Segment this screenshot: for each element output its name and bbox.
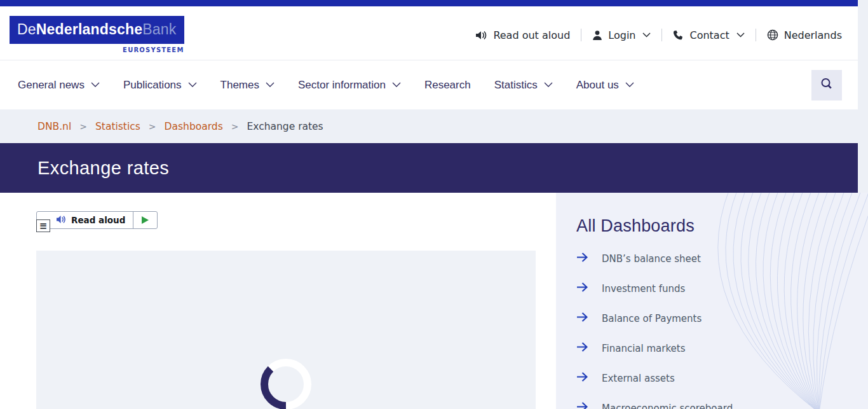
- nav-label: Research: [424, 79, 471, 92]
- login-label: Login: [608, 29, 635, 41]
- utility-separator: [756, 29, 756, 41]
- search-icon: [820, 77, 834, 93]
- contact-menu[interactable]: Contact: [673, 29, 744, 41]
- dnb-logo-box: DeNederlandscheBank: [10, 16, 184, 44]
- breadcrumb-separator: >: [79, 121, 87, 132]
- arrow-right-icon: [576, 252, 588, 265]
- sidebar-inner: All Dashboards DNB’s balance sheet Inves…: [556, 193, 868, 409]
- login-menu[interactable]: Login: [592, 29, 651, 41]
- site-header: DeNederlandscheBank EUROSYSTEEM Read out…: [0, 6, 858, 60]
- arrow-right-icon: [576, 342, 588, 355]
- breadcrumb-link-statistics[interactable]: Statistics: [95, 121, 140, 132]
- dashboard-link-macroeconomic-scoreboard[interactable]: Macroeconomic scoreboard: [576, 401, 868, 409]
- contact-label: Contact: [689, 29, 729, 41]
- nav-label: Statistics: [494, 79, 538, 92]
- page-title: Exchange rates: [37, 158, 169, 179]
- nav-item-statistics[interactable]: Statistics: [494, 79, 553, 92]
- nav-item-themes[interactable]: Themes: [220, 79, 275, 92]
- read-out-aloud-button[interactable]: Read out aloud: [475, 29, 570, 41]
- dashboard-link-financial-markets[interactable]: Financial markets: [576, 342, 868, 355]
- dashboard-link-dnb-balance-sheet[interactable]: DNB’s balance sheet: [576, 252, 868, 265]
- nav-label: Sector information: [298, 79, 386, 92]
- dashboard-link-investment-funds[interactable]: Investment funds: [576, 282, 868, 295]
- dashboard-link-label: Investment funds: [602, 283, 685, 295]
- dashboards-sidebar: All Dashboards DNB’s balance sheet Inves…: [556, 193, 868, 409]
- arrow-right-icon: [576, 371, 588, 385]
- dashboard-link-label: External assets: [602, 373, 675, 384]
- sidebar-title: All Dashboards: [576, 216, 868, 236]
- loading-spinner: [260, 358, 312, 409]
- nav-label: General news: [18, 79, 85, 92]
- phone-icon: [673, 30, 684, 41]
- dashboard-link-label: Financial markets: [602, 343, 686, 354]
- logo-text-bank: Bank: [142, 21, 176, 38]
- speaker-icon: [475, 30, 487, 41]
- chevron-down-icon: [625, 82, 634, 88]
- nav-item-research[interactable]: Research: [424, 79, 471, 92]
- utility-separator: [581, 29, 581, 41]
- chevron-down-icon: [188, 82, 197, 88]
- chevron-down-icon: [392, 82, 401, 88]
- chevron-down-icon: [736, 32, 745, 38]
- content-area: ≡ Read aloud All Dashboards: [0, 193, 868, 409]
- nav-item-general-news[interactable]: General news: [18, 79, 100, 92]
- language-switch[interactable]: Nederlands: [767, 29, 842, 41]
- read-aloud-widget: ≡ Read aloud: [36, 211, 158, 229]
- main-nav: General news Publications Themes Sector …: [0, 60, 858, 109]
- dashboard-link-label: DNB’s balance sheet: [602, 253, 701, 265]
- search-button[interactable]: [811, 70, 842, 101]
- nav-item-publications[interactable]: Publications: [123, 79, 197, 92]
- read-aloud-button[interactable]: Read aloud: [37, 212, 133, 228]
- play-icon: [142, 216, 149, 224]
- page-banner: Exchange rates: [0, 143, 858, 193]
- arrow-right-icon: [576, 401, 588, 409]
- arrow-right-icon: [576, 282, 588, 295]
- read-aloud-label: Read aloud: [71, 215, 125, 225]
- breadcrumb-current: Exchange rates: [247, 121, 323, 132]
- language-label: Nederlands: [784, 29, 842, 41]
- read-out-aloud-label: Read out aloud: [493, 29, 570, 41]
- eurosystem-label: EUROSYSTEEM: [10, 46, 184, 53]
- page: DeNederlandscheBank EUROSYSTEEM Read out…: [0, 0, 858, 193]
- nav-label: Publications: [123, 79, 182, 92]
- chevron-down-icon: [91, 82, 100, 88]
- dashboard-link-external-assets[interactable]: External assets: [576, 371, 868, 385]
- globe-icon: [767, 29, 778, 41]
- breadcrumb-separator: >: [231, 121, 239, 132]
- chevron-down-icon: [544, 82, 553, 88]
- read-aloud-menu-icon[interactable]: ≡: [36, 219, 50, 232]
- chevron-down-icon: [642, 32, 651, 38]
- nav-item-sector-information[interactable]: Sector information: [298, 79, 401, 92]
- dnb-logo[interactable]: DeNederlandscheBank EUROSYSTEEM: [10, 16, 184, 53]
- breadcrumb-link-dnb[interactable]: DNB.nl: [37, 121, 71, 132]
- breadcrumb-separator: >: [149, 121, 156, 132]
- read-aloud-play-button[interactable]: [133, 212, 157, 228]
- logo-text-de: De: [17, 21, 36, 38]
- nav-label: About us: [576, 79, 619, 92]
- chevron-down-icon: [266, 82, 275, 88]
- utility-separator: [661, 29, 662, 41]
- dashboard-loading-panel: [36, 251, 536, 409]
- dashboard-link-balance-of-payments[interactable]: Balance of Payments: [576, 312, 868, 325]
- main-column: ≡ Read aloud: [0, 193, 556, 409]
- dashboard-link-label: Balance of Payments: [602, 313, 702, 324]
- dashboard-list: DNB’s balance sheet Investment funds Bal…: [576, 252, 868, 409]
- nav-item-about-us[interactable]: About us: [576, 79, 634, 92]
- arrow-right-icon: [576, 312, 588, 325]
- breadcrumb-link-dashboards[interactable]: Dashboards: [165, 121, 223, 132]
- utility-nav: Read out aloud Login Contact: [475, 29, 842, 41]
- speaker-icon: [56, 214, 66, 226]
- user-icon: [592, 30, 602, 41]
- nav-label: Themes: [220, 79, 259, 92]
- logo-text-nederlandsche: Nederlandsche: [36, 21, 143, 38]
- top-accent-bar: [0, 0, 858, 6]
- breadcrumb: DNB.nl > Statistics > Dashboards > Excha…: [0, 109, 858, 143]
- dashboard-link-label: Macroeconomic scoreboard: [602, 403, 733, 409]
